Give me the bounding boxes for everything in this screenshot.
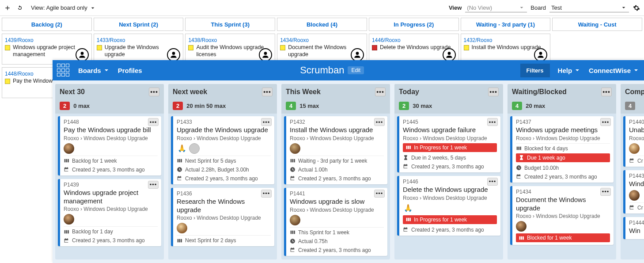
- card-menu-button[interactable]: •••: [148, 181, 159, 189]
- priority-chip: [97, 45, 102, 50]
- card-breadcrumb: Rooxo › Windows Desktop Upgrade: [64, 135, 158, 141]
- top-toolbar: View: Agile board only View (No View) Bo…: [0, 0, 644, 16]
- agile-column-header[interactable]: In Progress (2): [369, 18, 459, 31]
- card-id: P1437: [516, 119, 610, 125]
- column-subheader: 4 15 max: [281, 100, 390, 114]
- scrumban-card[interactable]: P1434 ••• Document the Windows upgrade R…: [510, 186, 614, 245]
- card-meta: Cr: [629, 202, 644, 211]
- card-menu-button[interactable]: •••: [374, 190, 385, 198]
- chevron-down-icon: [89, 4, 96, 11]
- edit-button[interactable]: Edit: [348, 66, 364, 74]
- card-link[interactable]: 1439/Rooxo: [5, 37, 34, 43]
- priority-chip: [372, 45, 377, 50]
- column-header: Comp •••: [621, 84, 644, 100]
- scrumban-card[interactable]: P1446 ••• Delete the Windows upgrade Roo…: [397, 176, 500, 236]
- view-selector[interactable]: View: Agile board only: [31, 4, 96, 11]
- column-title: Next week: [173, 88, 207, 96]
- card-menu-button[interactable]: •••: [600, 188, 611, 196]
- card-id: P1432: [290, 119, 384, 125]
- card-meta: Waiting - 3rd party for 1 week: [290, 156, 384, 164]
- column-title: Waiting/Blocked: [512, 88, 567, 96]
- profiles-menu[interactable]: Profiles: [116, 64, 144, 77]
- card-meta: Created 2 years, 3 months ago: [64, 166, 158, 173]
- scrumban-card[interactable]: P1433 ••• Upgrade the Windows upgrade Ro…: [171, 116, 274, 184]
- card-id: P1434: [516, 189, 610, 195]
- card-link[interactable]: 1432/Rooxo: [464, 37, 492, 43]
- column-menu-button[interactable]: •••: [601, 88, 612, 96]
- filters-button[interactable]: Filters: [520, 64, 550, 77]
- column-max: 15 max: [299, 103, 319, 109]
- card-breadcrumb: Rooxo › Windows Desktop Upgrade: [290, 135, 384, 141]
- status-badge: In Progress for 1 week: [403, 215, 497, 224]
- agile-column-header[interactable]: Next Sprint (2): [94, 18, 184, 31]
- card-menu-button[interactable]: •••: [600, 118, 611, 126]
- view-label: View: [449, 4, 462, 11]
- scrumban-card[interactable]: P1437 ••• Windows upgrade meetings Rooxo…: [510, 116, 614, 183]
- scrumban-column: This Week ••• 4 15 max P1432 ••• Install…: [281, 84, 390, 259]
- chevron-down-icon: [518, 4, 525, 11]
- card-menu-button[interactable]: •••: [148, 118, 159, 126]
- svg-point-2: [172, 52, 175, 55]
- scrumban-card[interactable]: P1441 ••• Windows upgrade is slow Rooxo …: [284, 188, 387, 256]
- settings-button[interactable]: [633, 4, 640, 12]
- column-header: Waiting/Blocked •••: [508, 84, 616, 100]
- refresh-button[interactable]: [16, 4, 24, 12]
- column-subheader: 2 0 max: [55, 100, 164, 114]
- card-menu-button[interactable]: •••: [487, 178, 498, 186]
- agile-column-header[interactable]: Waiting - Cust: [552, 18, 642, 31]
- add-button[interactable]: [4, 4, 11, 12]
- agile-column-header[interactable]: Waiting - 3rd party (1): [461, 18, 551, 31]
- avatar-icon: [76, 48, 89, 61]
- card-list: P1445 ••• Windows upgrade failure Rooxo …: [394, 114, 503, 238]
- agile-column-header[interactable]: Backlog (2): [2, 18, 92, 31]
- card-title: Research the Windows upgrade: [177, 198, 271, 214]
- card-link[interactable]: 1446/Rooxo: [372, 37, 401, 43]
- agile-column-header[interactable]: This Sprint (3): [185, 18, 275, 31]
- avatar: [177, 223, 187, 233]
- scrumban-card[interactable]: P1439 ••• Windows upgrade project manage…: [58, 179, 161, 247]
- svg-point-3: [264, 52, 267, 55]
- scrumban-card[interactable]: P1440 ••• Unab upgr Rooxo Cr: [623, 116, 644, 167]
- scrumban-columns[interactable]: Next 30 ••• 2 0 max P1448 ••• Pay the Wi…: [53, 80, 644, 263]
- scrumban-card[interactable]: P1432 ••• Install the Windows upgrade Ro…: [284, 116, 387, 184]
- column-max: 30 max: [413, 103, 432, 109]
- boards-menu[interactable]: Boards: [76, 64, 110, 77]
- column-count-badge: 4: [625, 102, 635, 110]
- card-title: Windows upgrade project management: [64, 189, 158, 206]
- agile-column-header[interactable]: Blocked (4): [277, 18, 367, 31]
- card-menu-button[interactable]: •••: [374, 118, 385, 126]
- card-meta: Created 2 years, 3 months ago: [403, 163, 497, 170]
- avatar: [189, 143, 200, 154]
- column-menu-button[interactable]: •••: [375, 88, 386, 96]
- scrumban-card[interactable]: P1444 ••• Win: [623, 217, 644, 240]
- card-menu-button[interactable]: •••: [487, 118, 498, 126]
- column-menu-button[interactable]: •••: [488, 88, 499, 96]
- scrumban-card[interactable]: P1443 ••• Wind error Cr: [623, 170, 644, 213]
- connectwise-menu[interactable]: ConnectWise: [587, 64, 640, 77]
- column-count-badge: 2: [173, 102, 183, 110]
- card-link[interactable]: 1433/Rooxo: [97, 37, 125, 43]
- column-menu-button[interactable]: •••: [262, 88, 273, 96]
- card-menu-button[interactable]: •••: [261, 118, 272, 126]
- scrumban-card[interactable]: P1436 ••• Research the Windows upgrade R…: [171, 188, 274, 247]
- column-header: Today •••: [394, 84, 503, 100]
- avatar-group: [64, 143, 158, 154]
- apps-grid-icon[interactable]: [57, 64, 70, 77]
- help-menu[interactable]: Help: [556, 64, 581, 77]
- card-link[interactable]: 1434/Rooxo: [280, 37, 309, 43]
- scrumban-panel: Boards Profiles Scrumban Edit Filters He…: [53, 60, 644, 263]
- column-menu-button[interactable]: •••: [149, 88, 159, 96]
- board-dropdown[interactable]: Test: [549, 3, 629, 12]
- card-link[interactable]: 1448/Rooxo: [5, 71, 34, 77]
- scrumban-card[interactable]: P1448 ••• Pay the Windows upgrade bill R…: [58, 116, 161, 175]
- scrumban-card[interactable]: P1445 ••• Windows upgrade failure Rooxo …: [397, 116, 500, 172]
- card-meta: Cr: [629, 156, 644, 164]
- avatar-group: [516, 221, 610, 232]
- status-badge: Blocked for 1 week: [516, 233, 610, 242]
- column-subheader: 4 20 max: [508, 100, 616, 114]
- card-title: Windows upgrade meetings: [516, 126, 610, 134]
- card-menu-button[interactable]: •••: [261, 190, 272, 198]
- view-dropdown[interactable]: (No View): [465, 3, 527, 12]
- card-link[interactable]: 1438/Rooxo: [188, 37, 217, 43]
- column-count-badge: 2: [399, 102, 409, 110]
